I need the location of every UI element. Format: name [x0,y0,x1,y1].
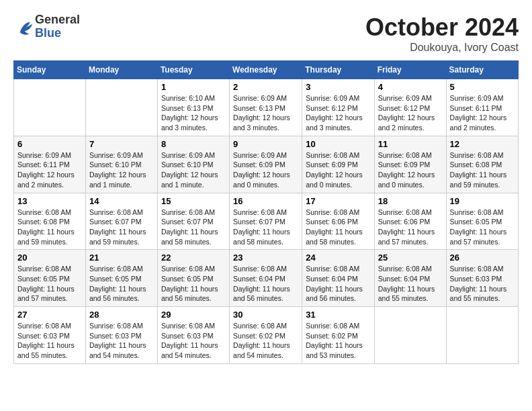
day-info: Sunrise: 6:09 AM Sunset: 6:10 PM Dayligh… [161,150,226,190]
col-friday: Friday [374,61,446,79]
week-row-2: 6Sunrise: 6:09 AM Sunset: 6:11 PM Daylig… [14,136,519,193]
cell-1-5: 3Sunrise: 6:09 AM Sunset: 6:12 PM Daylig… [302,79,374,136]
cell-3-3: 15Sunrise: 6:08 AM Sunset: 6:07 PM Dayli… [157,193,229,250]
cell-4-1: 20Sunrise: 6:08 AM Sunset: 6:05 PM Dayli… [14,250,86,307]
cell-4-7: 26Sunrise: 6:08 AM Sunset: 6:03 PM Dayli… [446,250,518,307]
day-info: Sunrise: 6:08 AM Sunset: 6:07 PM Dayligh… [161,208,226,247]
day-info: Sunrise: 6:08 AM Sunset: 6:02 PM Dayligh… [306,321,370,361]
day-number: 27 [17,310,82,320]
logo-blue: Blue [35,27,80,40]
cell-1-4: 2Sunrise: 6:09 AM Sunset: 6:13 PM Daylig… [230,79,302,136]
day-number: 23 [233,253,298,263]
cell-2-5: 10Sunrise: 6:08 AM Sunset: 6:09 PM Dayli… [302,136,374,193]
col-sunday: Sunday [14,61,86,79]
day-number: 1 [161,82,226,92]
day-info: Sunrise: 6:08 AM Sunset: 6:05 PM Dayligh… [161,264,226,304]
day-info: Sunrise: 6:08 AM Sunset: 6:05 PM Dayligh… [17,264,82,304]
day-info: Sunrise: 6:08 AM Sunset: 6:04 PM Dayligh… [233,264,298,304]
day-info: Sunrise: 6:08 AM Sunset: 6:05 PM Dayligh… [89,264,154,304]
day-info: Sunrise: 6:10 AM Sunset: 6:13 PM Dayligh… [161,93,226,133]
cell-3-7: 19Sunrise: 6:08 AM Sunset: 6:05 PM Dayli… [446,193,518,250]
col-tuesday: Tuesday [157,61,229,79]
cell-1-3: 1Sunrise: 6:10 AM Sunset: 6:13 PM Daylig… [157,79,229,136]
day-number: 31 [306,310,370,320]
week-row-1: 1Sunrise: 6:10 AM Sunset: 6:13 PM Daylig… [14,79,519,136]
cell-2-1: 6Sunrise: 6:09 AM Sunset: 6:11 PM Daylig… [14,136,86,193]
col-monday: Monday [85,61,157,79]
logo: General Blue [13,13,80,40]
day-number: 22 [161,253,226,263]
day-number: 8 [161,139,226,149]
cell-2-4: 9Sunrise: 6:09 AM Sunset: 6:09 PM Daylig… [230,136,302,193]
day-number: 10 [306,139,370,149]
day-number: 18 [378,196,443,206]
day-info: Sunrise: 6:09 AM Sunset: 6:11 PM Dayligh… [450,93,515,133]
day-info: Sunrise: 6:08 AM Sunset: 6:08 PM Dayligh… [17,208,82,247]
cell-3-2: 14Sunrise: 6:08 AM Sunset: 6:07 PM Dayli… [85,193,157,250]
day-number: 11 [378,139,443,149]
day-number: 4 [378,82,443,92]
col-thursday: Thursday [302,61,374,79]
cell-4-4: 23Sunrise: 6:08 AM Sunset: 6:04 PM Dayli… [230,250,302,307]
day-info: Sunrise: 6:08 AM Sunset: 6:08 PM Dayligh… [450,150,515,190]
day-number: 2 [233,82,298,92]
cell-1-1 [14,79,86,136]
day-info: Sunrise: 6:09 AM Sunset: 6:12 PM Dayligh… [306,93,370,133]
day-info: Sunrise: 6:08 AM Sunset: 6:02 PM Dayligh… [233,321,298,361]
day-number: 13 [17,196,82,206]
day-number: 30 [233,310,298,320]
page-header: General Blue October 2024 Doukouya, Ivor… [13,13,519,54]
cell-1-6: 4Sunrise: 6:09 AM Sunset: 6:12 PM Daylig… [374,79,446,136]
cell-5-2: 28Sunrise: 6:08 AM Sunset: 6:03 PM Dayli… [85,307,157,364]
logo-text: General Blue [35,13,80,40]
cell-3-5: 17Sunrise: 6:08 AM Sunset: 6:06 PM Dayli… [302,193,374,250]
cell-1-7: 5Sunrise: 6:09 AM Sunset: 6:11 PM Daylig… [446,79,518,136]
cell-2-7: 12Sunrise: 6:08 AM Sunset: 6:08 PM Dayli… [446,136,518,193]
day-info: Sunrise: 6:09 AM Sunset: 6:11 PM Dayligh… [17,150,82,190]
day-info: Sunrise: 6:08 AM Sunset: 6:05 PM Dayligh… [450,208,515,247]
day-number: 14 [89,196,154,206]
day-info: Sunrise: 6:09 AM Sunset: 6:13 PM Dayligh… [233,93,298,133]
day-number: 7 [89,139,154,149]
cell-4-6: 25Sunrise: 6:08 AM Sunset: 6:04 PM Dayli… [374,250,446,307]
day-info: Sunrise: 6:08 AM Sunset: 6:09 PM Dayligh… [378,150,443,190]
cell-1-2 [85,79,157,136]
cell-5-6 [374,307,446,364]
day-info: Sunrise: 6:08 AM Sunset: 6:06 PM Dayligh… [378,208,443,247]
day-number: 17 [306,196,370,206]
day-number: 6 [17,139,82,149]
cell-5-4: 30Sunrise: 6:08 AM Sunset: 6:02 PM Dayli… [230,307,302,364]
logo-bird-icon [16,18,35,37]
day-info: Sunrise: 6:08 AM Sunset: 6:09 PM Dayligh… [306,150,370,190]
day-number: 5 [450,82,515,92]
header-row: Sunday Monday Tuesday Wednesday Thursday… [14,61,519,79]
day-number: 12 [450,139,515,149]
day-info: Sunrise: 6:08 AM Sunset: 6:07 PM Dayligh… [89,208,154,247]
day-number: 16 [233,196,298,206]
day-info: Sunrise: 6:08 AM Sunset: 6:04 PM Dayligh… [378,264,443,304]
calendar-title: October 2024 [365,13,519,42]
week-row-4: 20Sunrise: 6:08 AM Sunset: 6:05 PM Dayli… [14,250,519,307]
day-number: 19 [450,196,515,206]
logo-general: General [35,13,80,27]
day-number: 9 [233,139,298,149]
cell-4-5: 24Sunrise: 6:08 AM Sunset: 6:04 PM Dayli… [302,250,374,307]
calendar-subtitle: Doukouya, Ivory Coast [365,42,519,54]
col-saturday: Saturday [446,61,518,79]
col-wednesday: Wednesday [230,61,302,79]
cell-4-3: 22Sunrise: 6:08 AM Sunset: 6:05 PM Dayli… [157,250,229,307]
day-info: Sunrise: 6:08 AM Sunset: 6:04 PM Dayligh… [306,264,370,304]
cell-5-7 [446,307,518,364]
cell-5-5: 31Sunrise: 6:08 AM Sunset: 6:02 PM Dayli… [302,307,374,364]
day-info: Sunrise: 6:09 AM Sunset: 6:12 PM Dayligh… [378,93,443,133]
day-info: Sunrise: 6:08 AM Sunset: 6:03 PM Dayligh… [161,321,226,361]
cell-2-6: 11Sunrise: 6:08 AM Sunset: 6:09 PM Dayli… [374,136,446,193]
day-number: 28 [89,310,154,320]
cell-3-1: 13Sunrise: 6:08 AM Sunset: 6:08 PM Dayli… [14,193,86,250]
title-block: October 2024 Doukouya, Ivory Coast [365,13,519,54]
day-number: 25 [378,253,443,263]
day-info: Sunrise: 6:08 AM Sunset: 6:06 PM Dayligh… [306,208,370,247]
day-info: Sunrise: 6:08 AM Sunset: 6:03 PM Dayligh… [17,321,82,361]
day-info: Sunrise: 6:08 AM Sunset: 6:07 PM Dayligh… [233,208,298,247]
day-number: 3 [306,82,370,92]
